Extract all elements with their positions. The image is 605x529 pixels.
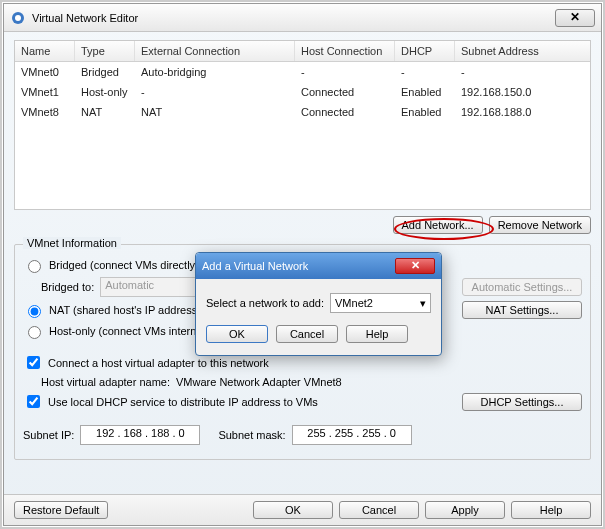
svg-point-1 xyxy=(15,15,21,21)
dialog-cancel-button[interactable]: Cancel xyxy=(276,325,338,343)
chevron-down-icon: ▾ xyxy=(420,297,426,310)
col-subnet: Subnet Address xyxy=(455,41,591,61)
add-virtual-network-dialog: Add a Virtual Network ✕ Select a network… xyxy=(195,252,442,356)
titlebar: Virtual Network Editor ✕ xyxy=(4,4,601,32)
subnet-ip-input[interactable]: 192 . 168 . 188 . 0 xyxy=(80,425,200,445)
dialog-close-button[interactable]: ✕ xyxy=(395,258,435,274)
window-title: Virtual Network Editor xyxy=(32,12,555,24)
bottom-button-bar: Restore Default OK Cancel Apply Help xyxy=(4,494,601,525)
hostonly-radio[interactable] xyxy=(28,326,41,339)
remove-network-button[interactable]: Remove Network xyxy=(489,216,591,234)
group-title: VMnet Information xyxy=(23,237,121,249)
dialog-ok-button[interactable]: OK xyxy=(206,325,268,343)
col-type: Type xyxy=(75,41,135,61)
dialog-title: Add a Virtual Network xyxy=(202,260,308,272)
connect-adapter-label: Connect a host virtual adapter to this n… xyxy=(48,357,269,369)
subnet-mask-input[interactable]: 255 . 255 . 255 . 0 xyxy=(292,425,412,445)
window-close-button[interactable]: ✕ xyxy=(555,9,595,27)
add-network-button[interactable]: Add Network... xyxy=(393,216,483,234)
use-dhcp-checkbox[interactable] xyxy=(27,395,40,408)
adapter-name-value: VMware Network Adapter VMnet8 xyxy=(176,376,342,388)
dialog-help-button[interactable]: Help xyxy=(346,325,408,343)
use-dhcp-label: Use local DHCP service to distribute IP … xyxy=(48,396,318,408)
connect-adapter-checkbox[interactable] xyxy=(27,356,40,369)
col-external: External Connection xyxy=(135,41,295,61)
help-button[interactable]: Help xyxy=(511,501,591,519)
table-row[interactable]: VMnet0 Bridged Auto-bridging - - - xyxy=(15,62,590,82)
nat-radio[interactable] xyxy=(28,305,41,318)
cancel-button[interactable]: Cancel xyxy=(339,501,419,519)
bridged-radio[interactable] xyxy=(28,260,41,273)
vmnet-table[interactable]: Name Type External Connection Host Conne… xyxy=(14,40,591,210)
apply-button[interactable]: Apply xyxy=(425,501,505,519)
col-host: Host Connection xyxy=(295,41,395,61)
col-name: Name xyxy=(15,41,75,61)
adapter-name-label: Host virtual adapter name: xyxy=(41,376,170,388)
ok-button[interactable]: OK xyxy=(253,501,333,519)
restore-default-button[interactable]: Restore Default xyxy=(14,501,108,519)
dhcp-settings-button[interactable]: DHCP Settings... xyxy=(462,393,582,411)
dialog-prompt: Select a network to add: xyxy=(206,297,324,309)
table-row[interactable]: VMnet8 NAT NAT Connected Enabled 192.168… xyxy=(15,102,590,122)
table-row[interactable]: VMnet1 Host-only - Connected Enabled 192… xyxy=(15,82,590,102)
app-icon xyxy=(10,10,26,26)
col-dhcp: DHCP xyxy=(395,41,455,61)
automatic-settings-button[interactable]: Automatic Settings... xyxy=(462,278,582,296)
subnet-mask-label: Subnet mask: xyxy=(218,429,285,441)
network-select[interactable]: VMnet2 ▾ xyxy=(330,293,431,313)
nat-settings-button[interactable]: NAT Settings... xyxy=(462,301,582,319)
bridged-to-label: Bridged to: xyxy=(41,281,94,293)
subnet-ip-label: Subnet IP: xyxy=(23,429,74,441)
table-header: Name Type External Connection Host Conne… xyxy=(15,41,590,62)
dialog-titlebar: Add a Virtual Network ✕ xyxy=(196,253,441,279)
